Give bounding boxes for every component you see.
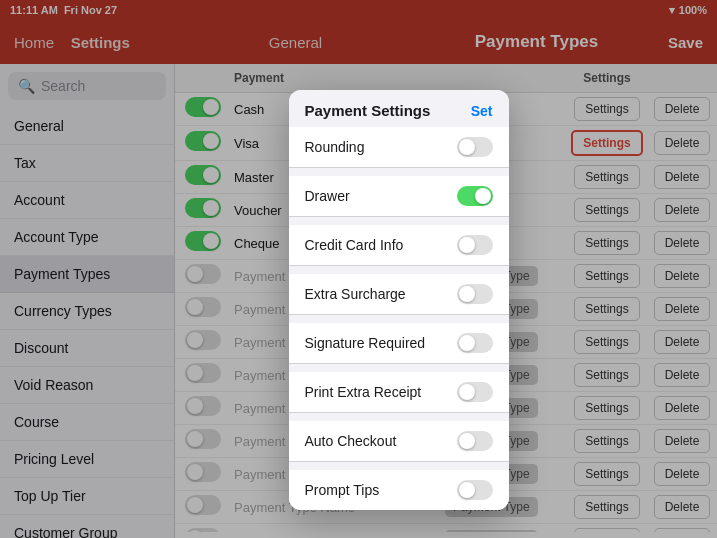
popup-row-label-rounding: Rounding — [305, 139, 365, 155]
popup-row-print-extra-receipt: Print Extra Receipt — [289, 372, 509, 413]
popup-set-button[interactable]: Set — [471, 103, 493, 119]
popup-row-label-auto-checkout: Auto Checkout — [305, 433, 397, 449]
popup-toggle-prompt-tips[interactable] — [457, 480, 493, 500]
popup-row-prompt-tips: Prompt Tips — [289, 470, 509, 510]
popup-row-drawer: Drawer — [289, 176, 509, 217]
popup-toggle-extra-surcharge[interactable] — [457, 284, 493, 304]
popup-row-label-prompt-tips: Prompt Tips — [305, 482, 380, 498]
popup-row-label-signature-required: Signature Required — [305, 335, 426, 351]
popup-row-credit-card-info: Credit Card Info — [289, 225, 509, 266]
popup-row-extra-surcharge: Extra Surcharge — [289, 274, 509, 315]
popup-toggle-credit-card-info[interactable] — [457, 235, 493, 255]
popup-items: RoundingDrawerCredit Card InfoExtra Surc… — [289, 127, 509, 510]
popup-row-label-drawer: Drawer — [305, 188, 350, 204]
popup-header: Payment Settings Set — [289, 90, 509, 119]
popup-title: Payment Settings — [305, 102, 431, 119]
popup-row-auto-checkout: Auto Checkout — [289, 421, 509, 462]
popup-toggle-signature-required[interactable] — [457, 333, 493, 353]
popup-row-label-print-extra-receipt: Print Extra Receipt — [305, 384, 422, 400]
popup-row-rounding: Rounding — [289, 127, 509, 168]
popup-toggle-drawer[interactable] — [457, 186, 493, 206]
popup-row-label-extra-surcharge: Extra Surcharge — [305, 286, 406, 302]
popup: Payment Settings Set RoundingDrawerCredi… — [289, 90, 509, 510]
popup-toggle-auto-checkout[interactable] — [457, 431, 493, 451]
popup-row-label-credit-card-info: Credit Card Info — [305, 237, 404, 253]
popup-toggle-print-extra-receipt[interactable] — [457, 382, 493, 402]
popup-toggle-rounding[interactable] — [457, 137, 493, 157]
popup-row-signature-required: Signature Required — [289, 323, 509, 364]
popup-overlay[interactable]: Payment Settings Set RoundingDrawerCredi… — [0, 0, 717, 538]
